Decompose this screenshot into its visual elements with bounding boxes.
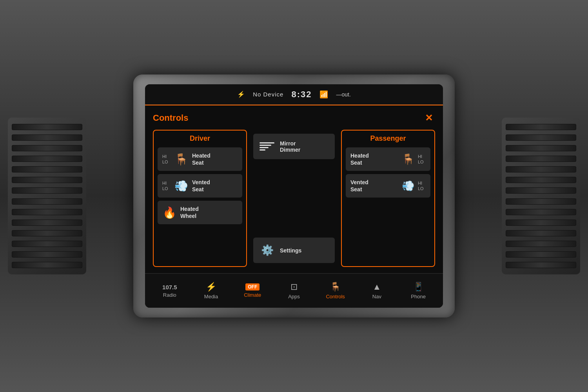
- passenger-heated-seat-icon: 🪑: [401, 153, 415, 165]
- controls-header: Controls ✕: [153, 112, 435, 124]
- climate-off-badge: OFF: [245, 283, 260, 290]
- apps-label: Apps: [288, 294, 300, 299]
- vented-seat-icon: 💨: [174, 180, 188, 192]
- heated-seat-icon: 🪑: [174, 153, 188, 166]
- driver-vented-seat-button[interactable]: HI LO 💨 Vented Seat: [158, 174, 242, 198]
- nav-nav[interactable]: ▲ Nav: [361, 282, 392, 299]
- controls-body: Driver HI LO 🪑 Heated Seat: [153, 130, 435, 267]
- media-icon: ⚡: [206, 282, 216, 292]
- screen: ⚡ No Device 8:32 📶 —out. Controls ✕ Driv…: [145, 84, 443, 308]
- main-content: Controls ✕ Driver HI LO: [145, 105, 443, 273]
- settings-label: Settings: [280, 247, 301, 254]
- phone-label: Phone: [411, 294, 426, 299]
- driver-section: Driver HI LO 🪑 Heated Seat: [153, 130, 247, 267]
- controls-label: Controls: [326, 294, 345, 299]
- radio-freq: 107.5: [162, 284, 177, 290]
- no-device-text: No Device: [253, 91, 283, 98]
- settings-icon: ⚙️: [260, 244, 275, 256]
- nav-media[interactable]: ⚡ Media: [196, 282, 227, 299]
- middle-section: Mirror Dimmer ⚙️ Settings: [253, 130, 335, 267]
- mirror-dimmer-button[interactable]: Mirror Dimmer: [253, 134, 335, 159]
- nav-phone[interactable]: 📱 Phone: [403, 282, 434, 299]
- passenger-title: Passenger: [346, 134, 430, 143]
- passenger-vented-seat-icon: 💨: [401, 180, 415, 192]
- controls-title: Controls: [153, 113, 188, 123]
- car-surround: ⚡ No Device 8:32 📶 —out. Controls ✕ Driv…: [0, 0, 588, 392]
- settings-button[interactable]: ⚙️ Settings: [253, 238, 335, 263]
- driver-vented-seat-hi-lo: HI LO: [162, 180, 170, 192]
- controls-icon: 🪑: [330, 282, 341, 292]
- nav-apps[interactable]: ⊡ Apps: [278, 282, 310, 299]
- nav-controls[interactable]: 🪑 Controls: [320, 282, 351, 299]
- mirror-dimmer-icon: [260, 142, 275, 151]
- nav-bar: 107.5 Radio ⚡ Media OFF Climate ⊡ Apps 🪑: [145, 273, 443, 308]
- passenger-heated-seat-right: 🪑 HI LO: [401, 153, 426, 165]
- clock-display: 8:32: [291, 89, 312, 100]
- screen-bezel: ⚡ No Device 8:32 📶 —out. Controls ✕ Driv…: [133, 74, 455, 318]
- status-bar: ⚡ No Device 8:32 📶 —out.: [145, 84, 443, 105]
- nav-nav-icon: ▲: [372, 282, 381, 292]
- passenger-vented-seat-label-group: Vented Seat: [350, 179, 368, 193]
- driver-heated-wheel-button[interactable]: 🔥 Heated Wheel: [158, 201, 242, 224]
- driver-vented-seat-label: Vented Seat: [192, 179, 210, 193]
- close-button[interactable]: ✕: [423, 112, 435, 124]
- passenger-vented-seat-hi-lo: HI LO: [418, 180, 426, 192]
- passenger-heated-seat-button[interactable]: Heated Seat 🪑 HI LO: [346, 147, 430, 171]
- driver-heated-wheel-label: Heated Wheel: [180, 205, 199, 220]
- passenger-heated-seat-hi-lo: HI LO: [418, 154, 426, 165]
- passenger-section: Passenger Heated Seat 🪑 HI: [341, 130, 435, 267]
- heated-wheel-icon: 🔥: [162, 206, 176, 219]
- passenger-vented-seat-right: 💨 HI LO: [401, 180, 426, 192]
- usb-icon: ⚡: [237, 91, 245, 98]
- apps-icon: ⊡: [290, 282, 298, 292]
- vent-right: [502, 118, 580, 274]
- out-text: —out.: [336, 91, 350, 98]
- phone-icon: 📱: [413, 282, 424, 292]
- mirror-dimmer-label: Mirror Dimmer: [280, 140, 300, 153]
- driver-heated-seat-button[interactable]: HI LO 🪑 Heated Seat: [158, 147, 242, 171]
- driver-heated-seat-hi-lo: HI LO: [162, 154, 170, 165]
- driver-title: Driver: [158, 134, 242, 143]
- wifi-icon: 📶: [319, 90, 328, 99]
- radio-label: Radio: [163, 292, 176, 298]
- vent-left: [8, 118, 86, 274]
- nav-climate[interactable]: OFF Climate: [237, 283, 268, 298]
- passenger-vented-seat-button[interactable]: Vented Seat 💨 HI LO: [346, 174, 430, 198]
- passenger-heated-seat-label-group: Heated Seat: [350, 152, 369, 166]
- driver-heated-seat-label: Heated Seat: [192, 152, 211, 166]
- nav-radio[interactable]: 107.5 Radio: [154, 284, 185, 298]
- climate-label: Climate: [244, 292, 261, 298]
- nav-nav-label: Nav: [372, 294, 381, 299]
- media-label: Media: [204, 294, 218, 299]
